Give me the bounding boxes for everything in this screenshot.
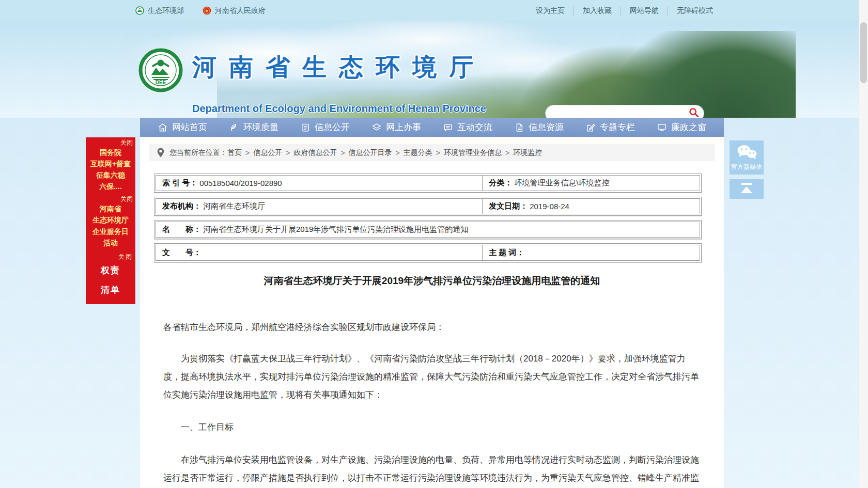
nav-item-special-topics[interactable]: 专题专栏 (585, 121, 635, 133)
breadcrumb-prefix: 您当前所在位置： (169, 148, 227, 158)
float-ad-state-council[interactable]: 关闭 国务院 互联网+督查 征集六稳 六保.... (86, 137, 135, 196)
float-ad-line: 六保.... (86, 181, 135, 192)
breadcrumb-current: 环境监控 (513, 148, 542, 158)
link-henan-gov[interactable]: 河南省人民政府 (203, 6, 266, 15)
breadcrumb-gov-info[interactable]: 政府信息公开 (293, 148, 337, 158)
breadcrumb-separator: > (396, 149, 400, 157)
article-paragraph: 为贯彻落实《打赢蓝天保卫战三年行动计划》、《河南省污染防治攻坚战三年行动计划（2… (163, 350, 701, 404)
breadcrumb-separator: > (286, 149, 290, 157)
cell-issuing-agency: 发布机构： 河南省生态环境厅 (156, 199, 482, 214)
link-set-homepage[interactable]: 设为主页 (527, 6, 574, 15)
nav-item-info-resources[interactable]: 信息资源 (514, 121, 564, 133)
close-button[interactable]: 关闭 (86, 138, 135, 147)
breadcrumb-env-mgmt-info[interactable]: 环境管理业务信息 (444, 148, 502, 158)
back-to-top-icon (738, 182, 755, 196)
nav-item-label: 信息公开 (315, 121, 350, 133)
official-media-label: 官方新媒体 (730, 163, 764, 170)
float-ad-line: 国务院 (86, 147, 135, 158)
header-banner: DEE 河南省生态环境厅 Department of Ecology and E… (0, 21, 868, 118)
float-ad-enterprise-service[interactable]: 关闭 河南省 生态环境厅 企业服务日 活动 (86, 194, 135, 253)
breadcrumb: 您当前所在位置： 首页 > 信息公开 > 政府信息公开 > 信息公开目录 > 主… (149, 144, 715, 161)
edit-icon (585, 122, 596, 133)
close-button[interactable]: 关闭 (86, 253, 135, 261)
chat-icon (443, 122, 453, 133)
link-mee[interactable]: 生态环境部 (135, 6, 184, 15)
monitor-icon (657, 122, 667, 133)
float-ad-line: 征集六稳 (86, 169, 135, 181)
link-site-map[interactable]: 网站导航 (621, 6, 668, 15)
search-icon (688, 107, 700, 118)
scrollbar-thumb[interactable] (860, 22, 867, 83)
link-mee-label: 生态环境部 (148, 6, 184, 15)
close-button[interactable]: 关闭 (86, 195, 135, 203)
nav-item-integrity-window[interactable]: 廉政之窗 (657, 121, 706, 133)
article-section-heading: 一、工作目标 (163, 418, 701, 436)
breadcrumb-separator: > (505, 149, 509, 157)
article-paragraph: 在涉气排污单位安装用电监管设备，对生产设施、污染治理设施的电量、负荷、异常用电等… (163, 451, 701, 488)
gov-emblem-icon (203, 6, 211, 15)
breadcrumb-catalog[interactable]: 信息公开目录 (349, 148, 392, 158)
table-row: 发布机构： 河南省生态环境厅 发文日期： 2019-08-24 (154, 197, 702, 216)
home-icon (158, 122, 168, 133)
nav-item-label: 廉政之窗 (671, 121, 706, 133)
breadcrumb-topic-category[interactable]: 主题分类 (404, 148, 432, 158)
cell-subject-words: 主 题 词： (482, 245, 700, 260)
nav-item-label: 专题专栏 (600, 121, 635, 133)
nav-item-label: 网站首页 (172, 121, 207, 133)
link-add-favorite[interactable]: 加入收藏 (574, 6, 621, 15)
search-button[interactable] (688, 107, 700, 118)
cell-document-number: 文 号： (156, 245, 482, 260)
file-icon (514, 122, 524, 133)
breadcrumb-info-disclosure[interactable]: 信息公开 (253, 148, 282, 158)
cell-issue-date: 发文日期： 2019-08-24 (482, 199, 700, 214)
main-navigation: 网站首页 环境质量 信息公开 网上办事 互动交流 信息资源 专题专栏 廉政之窗 (140, 118, 724, 137)
table-row: 文 号： 主 题 词： (154, 243, 702, 262)
breadcrumb-separator: > (245, 149, 250, 157)
breadcrumb-separator: > (436, 149, 440, 157)
nav-item-home[interactable]: 网站首页 (158, 121, 207, 133)
cell-category: 分类： 环境管理业务信息\环境监控 (482, 176, 700, 191)
vertical-scrollbar[interactable] (859, 0, 868, 488)
article-title: 河南省生态环境厅关于开展2019年涉气排污单位污染治理设施用电监管的通知 (163, 274, 701, 288)
topbar: 生态环境部 河南省人民政府 设为主页 加入收藏 网站导航 无障碍模式 (0, 0, 868, 21)
float-ad-line: 活动 (86, 237, 135, 248)
float-ad-line: 生态环境厅 (86, 214, 135, 226)
site-subtitle: Department of Ecology and Environment of… (192, 103, 486, 115)
link-henan-gov-label: 河南省人民政府 (215, 6, 266, 15)
document-icon (300, 122, 311, 133)
layers-icon (371, 122, 382, 133)
float-ad-line: 河南省 (86, 203, 135, 214)
nav-item-info-disclosure[interactable]: 信息公开 (300, 121, 350, 133)
topbar-quick-links: 生态环境部 河南省人民政府 (135, 6, 266, 15)
official-media-widget[interactable]: 官方新媒体 (730, 140, 764, 175)
document-info-table: 索 引 号： 005185040/2019-02890 分类： 环境管理业务信息… (154, 174, 702, 262)
leaf-icon (229, 122, 239, 133)
back-to-top-button[interactable] (730, 179, 764, 199)
location-pin-icon (157, 148, 165, 158)
float-ad-responsibility-list[interactable]: 关闭 权责 清单 (86, 251, 135, 304)
float-ad-line: 互联网+督查 (86, 158, 135, 169)
float-ad-line: 权责 (86, 261, 135, 280)
cell-document-name: 名 称： 河南省生态环境厅关于开展2019年涉气排污单位污染治理设施用电监管的通… (156, 222, 700, 237)
content-column: 您当前所在位置： 首页 > 信息公开 > 政府信息公开 > 信息公开目录 > 主… (140, 137, 724, 488)
link-accessibility-mode[interactable]: 无障碍模式 (668, 6, 722, 15)
table-row: 索 引 号： 005185040/2019-02890 分类： 环境管理业务信息… (154, 174, 702, 193)
nav-item-interaction[interactable]: 互动交流 (443, 121, 492, 133)
logo-dee-text: DEE (156, 80, 166, 85)
article: 河南省生态环境厅关于开展2019年涉气排污单位污染治理设施用电监管的通知 各省辖… (163, 274, 701, 488)
table-row: 名 称： 河南省生态环境厅关于开展2019年涉气排污单位污染治理设施用电监管的通… (154, 220, 702, 239)
nav-item-env-quality[interactable]: 环境质量 (229, 121, 278, 133)
site-title: 河南省生态环境厅 (192, 51, 486, 84)
site-logo: DEE (138, 48, 183, 95)
wechat-icon (735, 154, 758, 163)
nav-item-online-services[interactable]: 网上办事 (371, 121, 421, 133)
nav-item-label: 互动交流 (457, 121, 492, 133)
breadcrumb-home[interactable]: 首页 (227, 148, 242, 158)
float-ad-line: 企业服务日 (86, 226, 135, 237)
nav-item-label: 环境质量 (243, 121, 278, 133)
float-ad-line: 清单 (86, 280, 135, 300)
breadcrumb-separator: > (340, 149, 345, 157)
search-input[interactable] (554, 109, 688, 118)
cell-index-number: 索 引 号： 005185040/2019-02890 (156, 176, 482, 191)
article-salutation: 各省辖市生态环境局，郑州航空港经济综合实验区规划市政建设环保局： (163, 318, 701, 336)
